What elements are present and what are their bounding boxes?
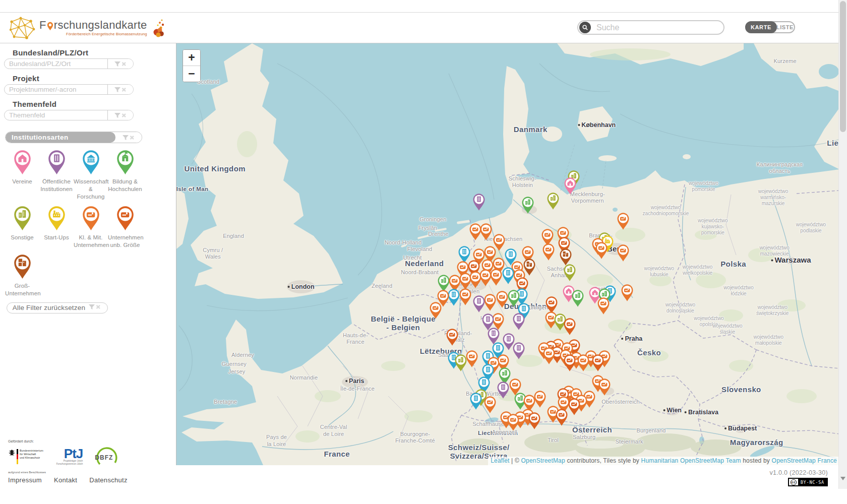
map-marker[interactable]: [555, 408, 568, 427]
ptj-sub-text: Projektträger JülichForschungszentrum Jü…: [56, 460, 83, 465]
map-marker[interactable]: [512, 341, 525, 360]
map-marker[interactable]: [479, 222, 493, 241]
map-marker[interactable]: [577, 354, 590, 372]
map-marker[interactable]: [568, 397, 581, 416]
footer-link-datenschutz[interactable]: Datenschutz: [89, 476, 128, 484]
filter-input[interactable]: [5, 59, 107, 68]
logo-title: F rschungslandkarte: [39, 20, 147, 31]
map-marker[interactable]: [563, 317, 576, 336]
zoom-in-button[interactable]: +: [183, 50, 200, 66]
page-scrollbar[interactable]: [838, 0, 847, 489]
reset-filters-button[interactable]: Alle Filter zurücksetzen: [7, 302, 108, 313]
map-marker[interactable]: [547, 192, 560, 210]
attribution-separator: | ©: [510, 457, 521, 464]
institution-types-header[interactable]: Institutionsarten: [5, 132, 142, 143]
machine-pin-icon: [496, 290, 509, 308]
map-marker[interactable]: [617, 212, 630, 230]
map-marker[interactable]: [496, 290, 509, 308]
boxes-pin-icon: [13, 254, 32, 280]
app-logo[interactable]: F rschungslandkarte Förderbereich Energe…: [8, 16, 166, 40]
map-marker[interactable]: [469, 392, 482, 410]
dbfz-logo[interactable]: DBFZ: [93, 446, 121, 468]
toggle-karte-button[interactable]: KARTE: [745, 21, 777, 33]
map-marker[interactable]: [564, 176, 577, 195]
legend-item--ffentliche[interactable]: ÖffentlicheInstitutionen: [39, 148, 74, 201]
legend-item-start-ups[interactable]: Start-Ups: [39, 204, 74, 249]
filter-clear-button[interactable]: [107, 59, 133, 69]
map-marker[interactable]: [483, 293, 497, 311]
legend-item-label: Sonstige: [5, 234, 39, 241]
cc-license-label: BY-NC-SA: [798, 479, 827, 485]
map-marker[interactable]: [521, 196, 534, 214]
leaflet-link[interactable]: Leaflet: [491, 457, 509, 464]
map-marker[interactable]: [472, 193, 486, 211]
machine-pin-icon: [483, 293, 497, 311]
legend-item-label: Kl. & Mit.Unternehmen: [74, 234, 108, 249]
ptj-logo[interactable]: PtJ Projektträger JülichForschungszentru…: [56, 448, 83, 465]
legend-item-bildung-[interactable]: Bildung &Hochschulen: [108, 148, 142, 201]
map-marker[interactable]: [598, 377, 611, 396]
filter-group-0: Bundesland/PLZ/Ort: [0, 48, 175, 69]
city-pin-icon: [521, 196, 534, 214]
osmfr-link[interactable]: OpenStreetMap France: [772, 457, 837, 464]
map-marker[interactable]: [472, 295, 486, 313]
map-marker[interactable]: [597, 297, 610, 316]
institution-filter-clear-button[interactable]: [115, 132, 142, 143]
building-pin-icon: [469, 392, 482, 410]
scrollbar-thumb[interactable]: [840, 1, 846, 132]
map-marker[interactable]: [563, 264, 576, 282]
toggle-liste-button[interactable]: LISTE: [776, 24, 794, 30]
filter-pill: [4, 110, 134, 120]
filter-clear-button[interactable]: [107, 85, 133, 94]
zoom-out-button[interactable]: −: [183, 66, 200, 82]
map-marker[interactable]: [507, 413, 520, 432]
scrollbar-down-arrow-icon[interactable]: [840, 477, 845, 480]
app-header: F rschungslandkarte Förderbereich Energe…: [0, 12, 847, 43]
footer-link-impressum[interactable]: Impressum: [8, 476, 42, 484]
leaflet-map[interactable]: DanmarkUnited KingdomIsle of ManNederlan…: [176, 43, 839, 465]
legend-item-vereine[interactable]: Vereine: [5, 148, 39, 201]
machine-pin-icon: [577, 354, 590, 372]
legend-item-wissenschaft-[interactable]: Wissenschaft &Forschung: [74, 148, 108, 201]
museum-pin-icon: [82, 149, 100, 175]
legend-item-unternehmen[interactable]: Unternehmenunb. Größe: [108, 204, 142, 249]
map-marker[interactable]: [528, 411, 541, 430]
city-pin-icon: [547, 192, 560, 210]
filter-label: Projekt: [13, 74, 175, 83]
map-marker[interactable]: [621, 284, 634, 302]
filter-input[interactable]: [5, 111, 107, 119]
cc-icon: cc: [791, 479, 797, 485]
dbfz-wordmark: DBFZ: [95, 454, 113, 461]
cc-license-badge[interactable]: cc BY-NC-SA: [788, 478, 828, 486]
legend-item-gro-[interactable]: Groß-Unternehmen: [5, 253, 39, 297]
map-marker[interactable]: [429, 301, 442, 320]
osm-link[interactable]: OpenStreetMap: [521, 457, 565, 464]
machine-pin-icon: [459, 287, 472, 306]
map-marker[interactable]: [595, 241, 608, 260]
map-marker[interactable]: [512, 312, 525, 331]
map-marker[interactable]: [542, 346, 556, 365]
search-icon: [579, 22, 591, 33]
footer-link-kontakt[interactable]: Kontakt: [54, 476, 77, 484]
filter-input[interactable]: [5, 85, 107, 94]
map-marker[interactable]: [459, 287, 472, 306]
map-marker[interactable]: [617, 243, 630, 262]
funnel-x-icon: [88, 304, 102, 310]
building-pin-icon: [497, 381, 510, 399]
map-marker[interactable]: [483, 396, 497, 414]
map-marker[interactable]: [571, 289, 584, 308]
map-marker[interactable]: [563, 354, 576, 372]
map-marker[interactable]: [497, 381, 510, 399]
search-input[interactable]: [595, 23, 713, 33]
legend-item-kl-mit-[interactable]: Kl. & Mit.Unternehmen: [74, 204, 108, 249]
bmwk-logo[interactable]: Bundesministeriumfür Wirtschaftund Klima…: [8, 449, 43, 464]
map-marker[interactable]: [465, 349, 478, 368]
map-marker[interactable]: [454, 354, 467, 372]
legend-item-sonstige[interactable]: Sonstige: [5, 204, 39, 249]
hot-link[interactable]: Humanitarian OpenStreetMap Team: [641, 457, 741, 464]
filter-clear-button[interactable]: [107, 110, 133, 120]
map-marker[interactable]: [591, 354, 604, 372]
map-marker[interactable]: [542, 243, 555, 262]
machine-pin-icon: [621, 284, 634, 302]
map-marker[interactable]: [446, 328, 459, 347]
